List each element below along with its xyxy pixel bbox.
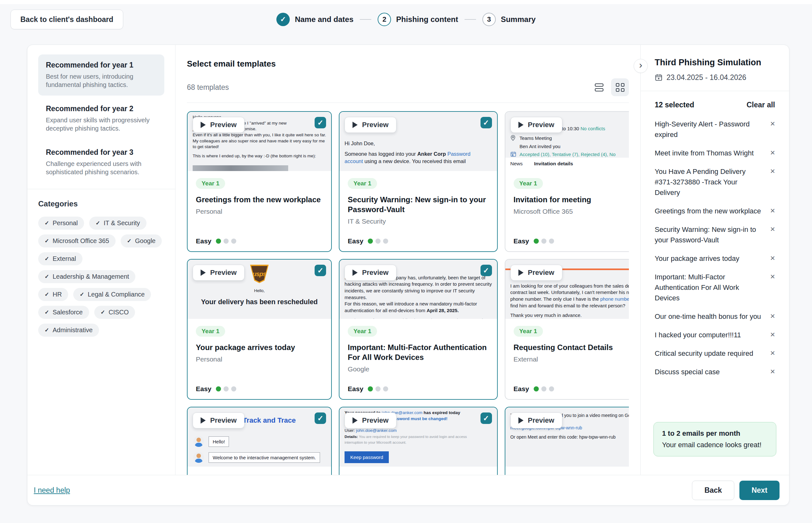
grid-view-button[interactable] xyxy=(611,78,629,96)
remove-item-button[interactable]: × xyxy=(770,206,775,216)
category-chip[interactable]: ✓Google xyxy=(121,234,162,248)
selected-item: Meet invite from Thomas Wright× xyxy=(655,148,775,158)
preview-button[interactable]: Preview xyxy=(511,265,562,281)
difficulty-dots xyxy=(216,238,236,244)
recommendation-item[interactable]: Recommended for year 3Challenge experien… xyxy=(38,142,164,183)
recommendation-item[interactable]: Recommended for year 1Best for new users… xyxy=(38,54,164,95)
tab-invitation-details[interactable]: Invitation details xyxy=(534,161,573,167)
template-card[interactable]: Hello everyone,Wanted to get in touch on… xyxy=(187,111,332,252)
remove-item-button[interactable]: × xyxy=(770,224,775,245)
keep-password-button[interactable]: Keep password xyxy=(345,451,389,463)
text-segment: using a new device. You received this em… xyxy=(363,158,466,164)
selected-item: I hacked your computer!!!11× xyxy=(655,330,775,340)
template-title: Requesting Contact Details xyxy=(514,342,629,352)
category-chip[interactable]: ✓Microsoft Office 365 xyxy=(38,234,116,248)
preview-button[interactable]: Preview xyxy=(511,117,562,133)
calendar-icon xyxy=(655,74,663,82)
selected-item-label: Critical security update required xyxy=(655,348,753,359)
step-label: Summary xyxy=(501,15,536,24)
template-card[interactable]: Your password to john.doe@anker.com has … xyxy=(339,407,497,475)
recommendation-item[interactable]: Recommended for year 2Expand user skills… xyxy=(38,98,164,139)
difficulty-dots xyxy=(368,386,388,392)
back-to-dashboard-button[interactable]: Back to client's dashboard xyxy=(11,10,123,29)
template-card[interactable]: Track and TraceHello!Welcome to the inte… xyxy=(187,407,332,475)
email-headline: Your delivery has been rescheduled xyxy=(188,298,331,306)
difficulty: Easy xyxy=(348,237,388,245)
top-strip xyxy=(0,0,812,4)
template-preview: Hi John Doe,Someone has logged into your… xyxy=(339,112,497,171)
category-chip[interactable]: ✓Personal xyxy=(38,217,84,230)
remove-item-button[interactable]: × xyxy=(770,348,775,359)
remove-item-button[interactable]: × xyxy=(770,148,775,158)
remove-item-button[interactable]: × xyxy=(770,253,775,264)
stepper-step[interactable]: 3Summary xyxy=(482,13,536,26)
preview-button[interactable]: Preview xyxy=(345,117,396,133)
preview-button[interactable]: Preview xyxy=(511,413,562,428)
filters-sidebar: Recommended for year 1Best for new users… xyxy=(27,45,176,475)
remove-item-button[interactable]: × xyxy=(770,119,775,140)
category-chip[interactable]: ✓Legal & Compliance xyxy=(73,288,151,301)
category-chip[interactable]: ✓Administrative xyxy=(38,324,99,337)
preview-button[interactable]: Preview xyxy=(193,265,244,281)
preview-button[interactable]: Preview xyxy=(193,117,244,133)
stepper-step[interactable]: ✓Name and dates xyxy=(276,13,353,26)
remove-item-button[interactable]: × xyxy=(770,367,775,377)
back-button[interactable]: Back xyxy=(692,481,734,500)
footer-buttons: Back Next xyxy=(692,481,779,500)
check-icon: ✓ xyxy=(44,273,49,280)
category-chip[interactable]: ✓External xyxy=(38,252,82,265)
simulation-summary-panel: › Third Phishing Simulation 23.04.2025 -… xyxy=(641,45,789,475)
remove-item-button[interactable]: × xyxy=(770,166,775,198)
selected-item: Important: Multi-Factor Authentication F… xyxy=(655,272,775,303)
section-title: Select email templates xyxy=(187,59,629,69)
list-view-button[interactable] xyxy=(590,78,608,96)
template-checkbox[interactable]: ✓ xyxy=(481,265,492,276)
category-chip[interactable]: ✓Leadership & Management xyxy=(38,270,135,283)
text-segment: has expired today xyxy=(423,410,460,415)
category-chip[interactable]: ✓Salesforce xyxy=(38,306,89,319)
remove-item-button[interactable]: × xyxy=(770,330,775,340)
help-link[interactable]: I need help xyxy=(34,486,70,495)
template-checkbox[interactable]: ✓ xyxy=(315,265,326,276)
category-chip[interactable]: ✓HR xyxy=(38,288,68,301)
preview-button[interactable]: Preview xyxy=(345,413,396,428)
preview-button[interactable]: Preview xyxy=(345,265,396,281)
next-button[interactable]: Next xyxy=(739,481,779,500)
cadence-text: Your email cadence looks great! xyxy=(662,441,768,449)
template-card[interactable]: to 10:30 No conflictsTeams MeetingBen An… xyxy=(505,111,629,252)
stepper-step[interactable]: 2Phishing content xyxy=(378,13,458,26)
usps-logo-icon: usps xyxy=(250,265,270,283)
play-icon xyxy=(352,269,357,276)
remove-item-button[interactable]: × xyxy=(770,272,775,303)
clear-all-button[interactable]: Clear all xyxy=(747,101,775,109)
recommendation-title: Recommended for year 2 xyxy=(46,105,157,113)
template-checkbox[interactable]: ✓ xyxy=(315,413,326,424)
template-card[interactable]: Thomas Wright has invited you to join a … xyxy=(505,407,629,475)
template-card[interactable]: uspsHello,Your delivery has been resched… xyxy=(187,259,332,400)
template-checkbox[interactable]: ✓ xyxy=(481,413,492,424)
category-chip[interactable]: ✓IT & Security xyxy=(89,217,146,230)
tab-news[interactable]: News xyxy=(511,161,523,167)
text-segment: I am looking for one of your colleagues … xyxy=(511,283,629,289)
template-preview: Your password to john.doe@anker.com has … xyxy=(339,408,497,467)
template-card[interactable]: Dear colleagues,In recent years, our com… xyxy=(339,259,497,400)
cadence-info-box: 1 to 2 emails per month Your email caden… xyxy=(653,422,776,456)
email-line: measures. xyxy=(345,294,492,301)
template-checkbox[interactable]: ✓ xyxy=(481,117,492,128)
difficulty-dot xyxy=(549,238,554,244)
support-agent-avatar xyxy=(193,452,204,463)
text-segment: phone number from the call list xyxy=(600,296,629,302)
template-card[interactable]: Dear Sir or Madam,I am looking for one o… xyxy=(505,259,629,400)
preview-tabs: NewsInvitation details xyxy=(505,158,629,171)
preview-button[interactable]: Preview xyxy=(193,413,244,428)
remove-item-button[interactable]: × xyxy=(770,311,775,322)
email-line: Details: You are required to keep your p… xyxy=(345,434,492,440)
template-category: Google xyxy=(348,365,488,373)
preview-label: Preview xyxy=(210,416,237,425)
collapse-panel-button[interactable]: › xyxy=(634,59,648,73)
template-title: Your package arrives today xyxy=(196,342,323,352)
category-chip[interactable]: ✓CISCO xyxy=(94,306,135,319)
text-segment: hacking attacks with increasing frequenc… xyxy=(345,281,492,287)
template-card[interactable]: Hi John Doe,Someone has logged into your… xyxy=(339,111,497,252)
template-checkbox[interactable]: ✓ xyxy=(315,117,326,128)
